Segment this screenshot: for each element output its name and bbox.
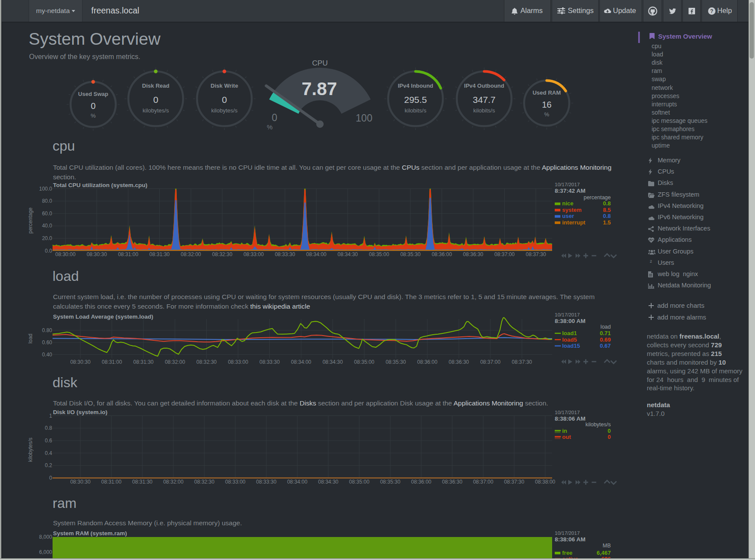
svg-text:0.80: 0.80 [42, 327, 53, 333]
svg-text:%: % [91, 112, 96, 119]
svg-text:08:32:00: 08:32:00 [163, 479, 184, 485]
svg-text:08:31:30: 08:31:30 [132, 479, 152, 485]
svg-text:7.87: 7.87 [301, 79, 337, 99]
svg-text:08:31:00: 08:31:00 [102, 359, 122, 365]
svg-text:0: 0 [272, 112, 278, 123]
svg-text:kilobytes/s: kilobytes/s [27, 438, 33, 462]
svg-text:kilobytes/s: kilobytes/s [586, 422, 611, 428]
svg-text:out: out [562, 434, 571, 440]
svg-text:free: free [562, 550, 573, 556]
svg-text:100.0: 100.0 [39, 186, 52, 192]
svg-text:08:31:00: 08:31:00 [118, 251, 139, 257]
svg-text:08:30:30: 08:30:30 [70, 359, 91, 365]
svg-text:8:38:06 AM: 8:38:06 AM [555, 536, 586, 543]
svg-text:08:34:30: 08:34:30 [322, 359, 343, 365]
svg-text:10/17/2017: 10/17/2017 [555, 410, 580, 415]
svg-text:0.2: 0.2 [45, 462, 52, 468]
svg-text:08:37:30: 08:37:30 [512, 359, 532, 365]
svg-text:08:30:30: 08:30:30 [86, 251, 107, 257]
svg-text:system: system [562, 207, 582, 213]
svg-text:295.5: 295.5 [404, 95, 427, 105]
svg-text:load15: load15 [562, 343, 580, 349]
svg-text:load5: load5 [562, 336, 577, 343]
svg-text:System Load Average (system.lo: System Load Average (system.load) [53, 313, 153, 320]
svg-text:40.0: 40.0 [42, 223, 53, 229]
svg-text:?: ? [710, 8, 713, 14]
svg-text:0.60: 0.60 [42, 339, 53, 346]
svg-text:0: 0 [222, 95, 227, 105]
svg-text:08:36:30: 08:36:30 [442, 479, 463, 485]
svg-text:08:32:30: 08:32:30 [212, 251, 232, 257]
svg-text:10/17/2017: 10/17/2017 [555, 312, 580, 317]
svg-text:kilobytes/s: kilobytes/s [142, 107, 169, 114]
svg-text:in: in [562, 428, 567, 434]
svg-text:kilobytes/s: kilobytes/s [211, 107, 238, 114]
svg-text:8:38:06 AM: 8:38:06 AM [555, 415, 586, 422]
svg-text:Used Swap: Used Swap [78, 91, 108, 97]
svg-text:6,467: 6,467 [596, 550, 611, 556]
svg-text:08:32:00: 08:32:00 [181, 251, 201, 257]
svg-text:08:34:30: 08:34:30 [318, 479, 338, 485]
svg-text:%: % [267, 123, 272, 131]
svg-text:08:37:30: 08:37:30 [526, 251, 546, 257]
svg-text:08:33:00: 08:33:00 [228, 359, 248, 365]
svg-text:Total CPU utilization (system.: Total CPU utilization (system.cpu) [53, 182, 147, 188]
svg-text:MB: MB [603, 543, 611, 549]
svg-text:08:37:00: 08:37:00 [494, 251, 515, 257]
svg-text:08:36:00: 08:36:00 [417, 359, 437, 365]
svg-text:IPv4 Outbound: IPv4 Outbound [464, 82, 504, 89]
svg-text:0.69: 0.69 [600, 336, 611, 343]
svg-text:8,000: 8,000 [39, 534, 52, 540]
svg-text:10/17/2017: 10/17/2017 [555, 182, 580, 187]
svg-text:Disk Write: Disk Write [211, 82, 238, 89]
svg-text:nice: nice [562, 200, 573, 207]
svg-text:08:34:00: 08:34:00 [306, 251, 327, 257]
svg-text:08:35:00: 08:35:00 [349, 479, 370, 485]
svg-text:0.8: 0.8 [603, 200, 611, 207]
svg-text:user: user [562, 213, 574, 219]
svg-text:08:37:00: 08:37:00 [473, 479, 493, 485]
svg-text:0.71: 0.71 [600, 330, 611, 336]
svg-text:08:31:30: 08:31:30 [133, 359, 154, 365]
svg-text:0.8: 0.8 [603, 213, 611, 219]
svg-text:CPU: CPU [312, 59, 328, 67]
svg-text:0.0: 0.0 [45, 248, 52, 254]
svg-text:0: 0 [608, 428, 611, 434]
svg-text:Disk I/O (system.io): Disk I/O (system.io) [53, 409, 107, 415]
svg-text:0: 0 [153, 95, 159, 105]
svg-text:08:31:00: 08:31:00 [101, 479, 122, 485]
svg-text:load: load [27, 334, 33, 344]
svg-text:347.7: 347.7 [473, 95, 496, 105]
svg-text:6,000: 6,000 [39, 549, 52, 555]
svg-text:0: 0 [91, 101, 96, 111]
svg-text:Disk Read: Disk Read [142, 82, 169, 89]
svg-text:load: load [600, 324, 611, 330]
svg-text:08:30:30: 08:30:30 [70, 479, 91, 485]
svg-text:%: % [544, 111, 550, 118]
svg-text:0.67: 0.67 [600, 343, 611, 349]
svg-text:interrupt: interrupt [562, 219, 586, 226]
svg-text:08:35:30: 08:35:30 [400, 251, 421, 257]
svg-text:IPv4 Inbound: IPv4 Inbound [398, 82, 434, 89]
svg-text:0.8: 0.8 [45, 425, 52, 431]
svg-text:0: 0 [608, 434, 611, 440]
svg-text:08:36:00: 08:36:00 [432, 251, 452, 257]
svg-text:10/17/2017: 10/17/2017 [555, 530, 580, 536]
svg-text:08:36:00: 08:36:00 [411, 479, 431, 485]
svg-text:100: 100 [356, 112, 372, 124]
svg-text:08:33:30: 08:33:30 [275, 251, 295, 257]
svg-text:16: 16 [542, 100, 551, 109]
svg-text:08:30:00: 08:30:00 [55, 251, 76, 257]
svg-text:1.5: 1.5 [603, 219, 611, 226]
svg-text:08:34:00: 08:34:00 [287, 479, 308, 485]
svg-text:percentage: percentage [27, 208, 33, 234]
svg-text:08:36:30: 08:36:30 [449, 359, 469, 365]
svg-text:08:34:30: 08:34:30 [338, 251, 358, 257]
svg-text:System RAM (system.ram): System RAM (system.ram) [53, 530, 127, 537]
svg-text:08:37:00: 08:37:00 [480, 359, 500, 365]
svg-text:08:34:00: 08:34:00 [291, 359, 311, 365]
svg-text:8:37:42 AM: 8:37:42 AM [555, 188, 586, 194]
svg-text:0.6: 0.6 [45, 438, 52, 444]
svg-text:percentage: percentage [583, 194, 611, 201]
svg-text:kilobits/s: kilobits/s [405, 107, 427, 114]
